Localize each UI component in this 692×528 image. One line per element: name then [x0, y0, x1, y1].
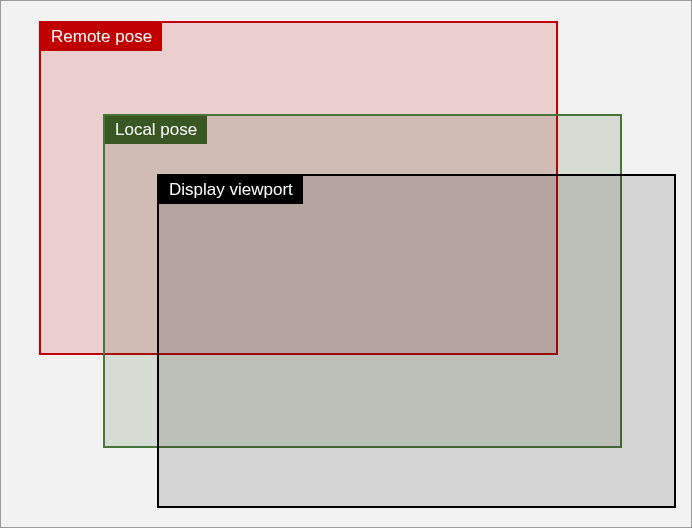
- remote-pose-label: Remote pose: [41, 23, 162, 51]
- display-viewport-box: Display viewport: [157, 174, 676, 508]
- local-pose-label: Local pose: [105, 116, 207, 144]
- display-viewport-label: Display viewport: [159, 176, 303, 204]
